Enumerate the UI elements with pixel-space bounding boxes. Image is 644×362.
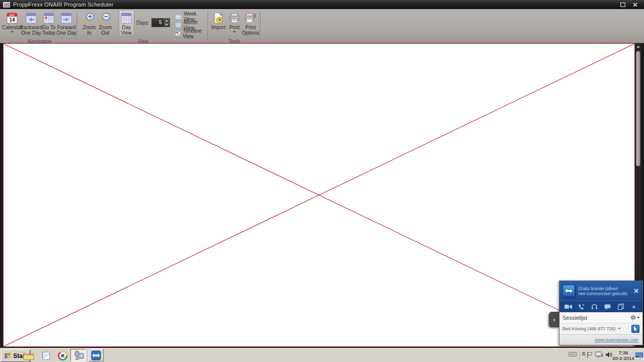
calendar-forward-icon (60, 11, 73, 25)
month-view-icon (175, 22, 181, 28)
print-icon (228, 11, 241, 25)
gear-icon (630, 315, 636, 320)
close-button[interactable] (632, 2, 638, 8)
show-desktop-button[interactable] (635, 352, 643, 358)
video-call-button[interactable] (564, 303, 572, 310)
print-options-icon (244, 11, 257, 25)
teamviewer-collapse-tab[interactable]: › (549, 312, 559, 327)
print-options-button[interactable]: Print Options (242, 10, 259, 36)
backward-one-day-label: Backward One Day (20, 25, 42, 36)
file-transfer-button[interactable] (617, 303, 625, 310)
calendar-button[interactable]: MAY 14 Calendar (3, 10, 21, 36)
taskbar-item-teamviewer[interactable] (89, 349, 104, 361)
teamviewer-footer: www.teamviewer.com (559, 334, 642, 345)
network-icon[interactable] (595, 351, 603, 358)
calendar-dropdown-caret (11, 31, 14, 33)
restore-button[interactable] (620, 2, 626, 8)
timeline-view-icon (175, 31, 181, 37)
days-spinner[interactable]: 5 (151, 18, 170, 27)
calendar-label: Calendar (2, 25, 23, 30)
session-user-row[interactable]: Bert Koning (489 677 726) (559, 323, 642, 334)
spin-up-icon (165, 20, 168, 22)
teamviewer-close-button[interactable] (632, 288, 639, 295)
month-view-button[interactable]: Month View (175, 22, 207, 29)
chevron-down-icon (618, 328, 621, 330)
tray-clock[interactable]: 7:38 20-2-2014 (612, 350, 635, 361)
day-view-button[interactable]: Day View (119, 10, 134, 36)
copy-files-icon (618, 304, 624, 310)
forward-one-day-label: Forward One Day (56, 25, 76, 36)
taskbar-item-proppfrexx[interactable] (70, 349, 86, 361)
title-bar: ProppFrexx ONAIR Program Scheduler (0, 0, 644, 9)
calendar-back-icon (25, 11, 38, 25)
more-tools-button[interactable]: » (630, 303, 638, 310)
zoom-out-label: Zoom Out (97, 25, 114, 36)
ribbon-separator (77, 11, 77, 40)
chevron-up-icon (582, 351, 586, 356)
ribbon-toolbar: MAY 14 Calendar Backward One Day (0, 9, 644, 43)
teamviewer-website-link[interactable]: www.teamviewer.com (595, 337, 638, 342)
scrollbar-thumb[interactable] (636, 51, 640, 166)
view-mode-stack: Week View Month View T (175, 13, 207, 37)
backward-one-day-button[interactable]: Backward One Day (21, 10, 41, 36)
chrome-icon (58, 351, 67, 360)
import-label: Import (211, 25, 225, 30)
remote-control-button[interactable] (631, 325, 639, 333)
session-user: Bert Koning (489 677 726) (562, 326, 621, 331)
windows-logo-icon (4, 353, 11, 359)
scroll-up-button[interactable] (635, 43, 641, 50)
timeline-view-button[interactable]: Timeline View (175, 30, 207, 37)
forward-one-day-button[interactable]: Forward One Day (56, 10, 76, 36)
phone-call-button[interactable] (577, 303, 585, 310)
print-label: Print (229, 25, 240, 30)
quicklaunch-explorer[interactable] (22, 350, 35, 361)
desktop-screen: ProppFrexx ONAIR Program Scheduler MAY 1… (0, 0, 644, 362)
volume-icon[interactable] (605, 351, 612, 358)
zoom-in-button[interactable]: Zoom In (82, 10, 97, 36)
tray-keyboard-icon[interactable] (569, 351, 577, 357)
import-button[interactable]: Import (210, 10, 227, 36)
quicklaunch-notepad[interactable] (39, 350, 52, 361)
print-dropdown-caret (233, 31, 236, 33)
print-options-label: Print Options (242, 25, 259, 36)
ribbon-group-tools: Import Print (210, 10, 259, 36)
collapse-chevron-icon: › (553, 316, 555, 323)
phone-icon (578, 304, 585, 310)
week-view-button[interactable]: Week View (175, 13, 207, 20)
zoom-out-icon (99, 11, 112, 25)
scroll-up-icon (636, 45, 640, 48)
chevrons-right-icon: » (632, 304, 636, 310)
ribbon-separator (208, 11, 208, 40)
broken-image-placeholder[interactable] (3, 43, 635, 347)
zoom-in-label: Zoom In (82, 25, 97, 36)
window-controls (620, 2, 638, 8)
print-button[interactable]: Print (227, 10, 242, 36)
chat-bubble-icon (604, 304, 611, 310)
ribbon-group-view: Zoom In Zoom Out (79, 10, 206, 36)
license-text: Gratis licentie (alleen niet-commercieel… (578, 286, 629, 296)
license-line-2: niet-commercieel gebruik) (578, 291, 627, 296)
headset-button[interactable] (590, 303, 598, 310)
clock-date: 20-2-2014 (612, 355, 635, 361)
teamviewer-icon (91, 350, 101, 360)
days-value[interactable]: 5 (152, 19, 164, 27)
restore-icon (620, 3, 625, 7)
zoom-in-icon (83, 11, 96, 25)
ribbon-separator (260, 11, 261, 40)
quicklaunch-chrome[interactable] (56, 350, 69, 361)
taskbar: Start (0, 348, 644, 362)
teamviewer-header: Gratis licentie (alleen niet-commercieel… (559, 281, 642, 301)
tray-separator (580, 350, 580, 360)
chat-button[interactable] (604, 303, 612, 310)
go-to-today-button[interactable]: Go To Today (41, 10, 56, 36)
session-settings-button[interactable] (630, 315, 639, 320)
teamviewer-logo-icon (562, 285, 575, 297)
days-spin-up-button[interactable] (164, 19, 170, 23)
action-center-flag-icon[interactable] (587, 351, 593, 358)
zoom-out-button[interactable]: Zoom Out (97, 10, 114, 36)
monitor-icon (635, 352, 643, 358)
license-line-1: Gratis licentie (alleen (578, 286, 618, 291)
days-spin-down-button[interactable] (164, 23, 170, 27)
show-hidden-icons-button[interactable] (582, 351, 586, 356)
video-camera-icon (565, 304, 572, 309)
